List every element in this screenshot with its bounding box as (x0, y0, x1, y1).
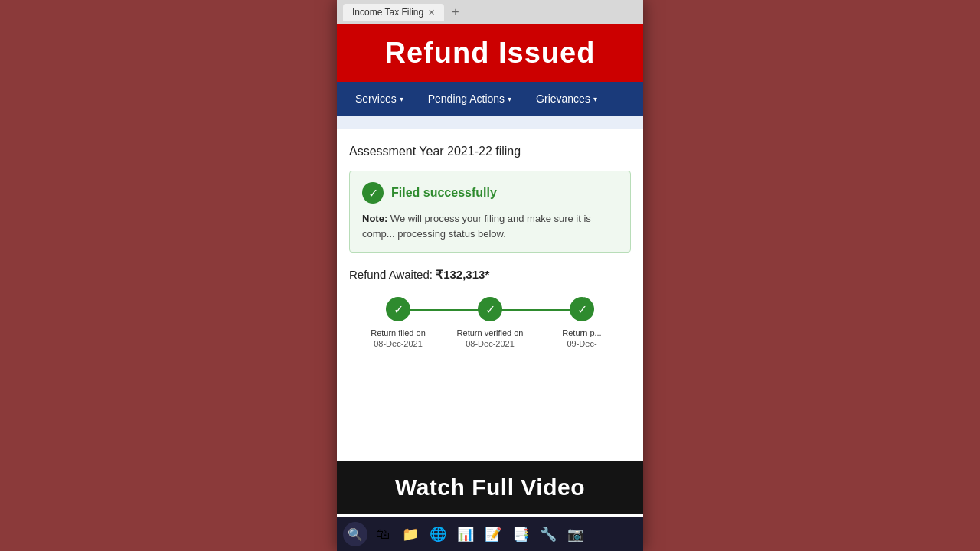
watch-video-overlay[interactable]: Watch Full Video (337, 461, 643, 514)
taskbar-chrome-icon[interactable]: 🌐 (426, 522, 450, 546)
taskbar-app1-icon[interactable]: 🔧 (536, 522, 560, 546)
nav-pending-label: Pending Actions (428, 93, 505, 105)
browser-content: Refund Issued Services ▾ Pending Actions… (337, 24, 643, 551)
step-1-label: Return filed on (371, 328, 426, 339)
taskbar-search-icon[interactable]: 🔍 (343, 522, 368, 546)
blue-strip (337, 116, 643, 129)
step-2-date: 08-Dec-2021 (466, 339, 514, 348)
success-header: ✓ Filed successfully (362, 182, 618, 204)
progress-tracker: ✓ Return filed on 08-Dec-2021 ✓ Return v… (349, 297, 631, 348)
progress-step-2: ✓ Return verified on 08-Dec-2021 (444, 297, 536, 348)
refund-amount-row: Refund Awaited: ₹132,313* (349, 268, 631, 282)
services-chevron-icon: ▾ (400, 95, 403, 103)
refund-label: Refund Awaited: (349, 268, 433, 281)
refund-amount-value: ₹132,313* (436, 268, 489, 281)
taskbar: 🔍 🛍 📁 🌐 📊 📝 📑 🔧 📷 (337, 517, 643, 551)
success-check-icon: ✓ (362, 182, 384, 204)
step-3-circle: ✓ (570, 297, 594, 321)
refund-banner-text: Refund Issued (385, 37, 596, 69)
success-note: Note: We will process your filing and ma… (362, 211, 618, 241)
nav-services-label: Services (355, 93, 397, 105)
note-label: Note: (362, 213, 387, 224)
step-2-label: Return verified on (457, 328, 524, 339)
tab-label: Income Tax Filing (352, 7, 423, 18)
taskbar-files-icon[interactable]: 📁 (398, 522, 423, 546)
tab-close-icon[interactable]: ✕ (428, 8, 435, 18)
taskbar-powerpoint-icon[interactable]: 📑 (508, 522, 533, 546)
note-text: We will process your filing and make sur… (362, 213, 591, 240)
watch-video-text: Watch Full Video (395, 474, 585, 500)
progress-step-3: ✓ Return p... 09-Dec- (536, 297, 628, 348)
step-3-label: Return p... (562, 328, 601, 339)
nav-grievances-label: Grievances (536, 93, 590, 105)
assessment-title: Assessment Year 2021-22 filing (349, 145, 631, 158)
browser-tab[interactable]: Income Tax Filing ✕ (343, 4, 444, 21)
pending-chevron-icon: ▾ (508, 95, 511, 103)
new-tab-button[interactable]: + (447, 2, 463, 22)
browser-window: Income Tax Filing ✕ + Refund Issued Serv… (337, 0, 643, 551)
step-3-date: 09-Dec- (567, 339, 596, 348)
taskbar-store-icon[interactable]: 🛍 (371, 522, 395, 546)
taskbar-app2-icon[interactable]: 📷 (564, 522, 588, 546)
step-1-line (398, 309, 490, 311)
nav-pending-actions[interactable]: Pending Actions ▾ (416, 83, 524, 114)
tab-bar: Income Tax Filing ✕ + (337, 0, 643, 24)
nav-services[interactable]: Services ▾ (343, 83, 416, 114)
progress-step-1: ✓ Return filed on 08-Dec-2021 (352, 297, 444, 348)
step-2-line (490, 309, 582, 311)
grievances-chevron-icon: ▾ (593, 95, 597, 103)
taskbar-word-icon[interactable]: 📝 (481, 522, 505, 546)
success-title: Filed successfully (391, 186, 497, 200)
refund-banner: Refund Issued (337, 24, 643, 82)
step-2-circle: ✓ (478, 297, 502, 321)
nav-bar: Services ▾ Pending Actions ▾ Grievances … (337, 82, 643, 116)
taskbar-excel-icon[interactable]: 📊 (453, 522, 478, 546)
step-1-date: 08-Dec-2021 (374, 339, 423, 348)
step-1-circle: ✓ (386, 297, 410, 321)
success-box: ✓ Filed successfully Note: We will proce… (349, 171, 631, 253)
nav-grievances[interactable]: Grievances ▾ (524, 83, 609, 114)
